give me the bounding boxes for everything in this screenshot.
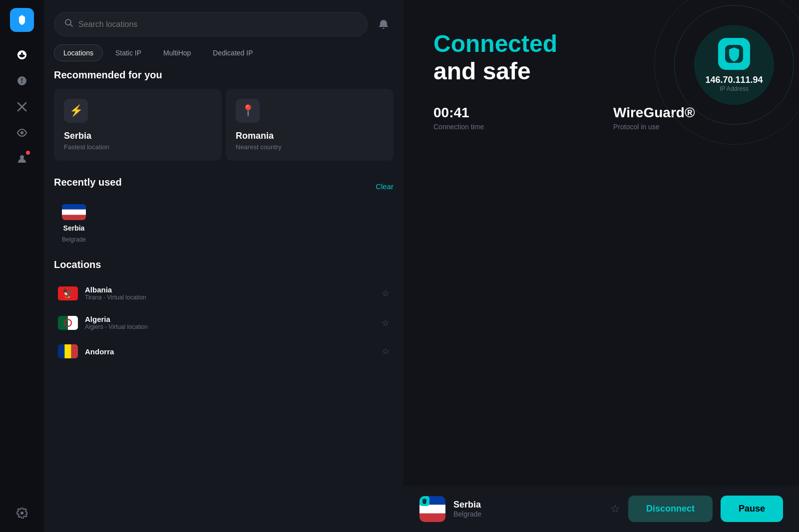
bottom-bar: Serbia Belgrade ☆ Disconnect Pause <box>403 486 799 532</box>
connected-city: Belgrade <box>453 510 602 518</box>
circle-center: 146.70.111.94 IP Address <box>694 25 774 105</box>
svg-rect-13 <box>58 344 64 358</box>
favorite-connected[interactable]: ☆ <box>610 503 620 516</box>
connection-time-value: 00:41 <box>433 105 589 121</box>
favorite-albania[interactable]: ☆ <box>382 288 390 299</box>
recent-name-serbia: Serbia <box>63 224 85 232</box>
tab-static-ip[interactable]: Static IP <box>106 44 151 61</box>
sidebar-item-settings[interactable] <box>11 502 33 524</box>
favorite-algeria[interactable]: ☆ <box>382 317 390 328</box>
disconnect-button[interactable]: Disconnect <box>628 496 713 522</box>
nearest-card-sub: Nearest country <box>236 143 384 151</box>
favorite-andorra[interactable]: ☆ <box>382 346 390 357</box>
svg-line-4 <box>70 24 73 27</box>
connected-flag <box>419 496 445 522</box>
sidebar-item-malware[interactable] <box>11 96 33 118</box>
tab-locations[interactable]: Locations <box>54 44 103 61</box>
location-item-albania[interactable]: 🦅 Albania Tirana - Virtual location ☆ <box>54 278 394 308</box>
left-panel: Locations Static IP MultiHop Dedicated I… <box>44 0 403 532</box>
search-input[interactable] <box>78 20 357 29</box>
svg-rect-14 <box>64 344 71 358</box>
vpn-badge <box>419 496 429 506</box>
location-info-algeria: Algeria Algiers - Virtual location <box>85 315 375 330</box>
fastest-card-icon: ⚡ <box>64 99 88 123</box>
svg-point-2 <box>20 155 24 159</box>
circle-inner: 146.70.111.94 IP Address <box>674 5 794 125</box>
recent-item-serbia[interactable]: Serbia Belgrade <box>54 204 94 243</box>
svg-point-1 <box>20 131 23 134</box>
flag-andorra <box>58 344 78 358</box>
recommended-cards: ⚡ Serbia Fastest location 📍 Romania Near… <box>54 89 394 161</box>
search-bar[interactable] <box>54 12 368 36</box>
nearest-card-icon: 📍 <box>236 99 260 123</box>
svg-rect-11 <box>68 316 78 330</box>
recently-used-title: Recently used <box>54 177 122 188</box>
location-item-andorra[interactable]: Andorra ☆ <box>54 337 394 365</box>
recently-used-header: Recently used Clear <box>54 177 394 196</box>
location-sub-algeria: Algiers - Virtual location <box>85 323 375 330</box>
recommended-title: Recommended for you <box>54 69 394 81</box>
clear-button[interactable]: Clear <box>376 182 394 191</box>
location-name-andorra: Andorra <box>85 347 375 356</box>
connected-country: Serbia <box>453 500 602 510</box>
svg-rect-10 <box>58 316 68 330</box>
stat-connection-time: 00:41 Connection time <box>433 105 589 131</box>
recent-flag-serbia <box>62 204 86 220</box>
circle-outer: 146.70.111.94 IP Address <box>654 0 799 145</box>
rec-card-fastest[interactable]: ⚡ Serbia Fastest location <box>54 89 222 161</box>
sidebar <box>0 0 44 532</box>
tab-multihop[interactable]: MultiHop <box>154 44 200 61</box>
svg-rect-6 <box>62 204 86 210</box>
fastest-card-name: Serbia <box>64 131 212 141</box>
sidebar-item-privacy[interactable] <box>11 122 33 144</box>
locations-title: Locations <box>54 259 394 270</box>
location-name-algeria: Algeria <box>85 315 375 323</box>
ip-address-value: 146.70.111.94 <box>705 75 763 85</box>
profile-badge <box>26 151 30 155</box>
pause-button[interactable]: Pause <box>721 496 783 522</box>
rec-card-nearest[interactable]: 📍 Romania Nearest country <box>226 89 394 161</box>
ip-display: 146.70.111.94 IP Address <box>705 75 763 92</box>
location-name-albania: Albania <box>85 285 375 294</box>
svg-text:🦅: 🦅 <box>62 288 74 299</box>
sidebar-item-alerts[interactable] <box>11 70 33 92</box>
sidebar-item-dashboard[interactable] <box>11 44 33 66</box>
fastest-card-sub: Fastest location <box>64 143 212 151</box>
flag-albania: 🦅 <box>58 286 78 300</box>
panel-scroll: Recommended for you ⚡ Serbia Fastest loc… <box>44 69 403 532</box>
connection-time-label: Connection time <box>433 123 589 131</box>
tab-dedicated-ip[interactable]: Dedicated IP <box>203 44 262 61</box>
location-sub-albania: Tirana - Virtual location <box>85 294 375 301</box>
svg-rect-7 <box>62 210 86 215</box>
connected-location: Serbia Belgrade <box>453 500 602 518</box>
shield-logo-big <box>718 38 750 70</box>
svg-rect-15 <box>71 344 78 358</box>
location-info-andorra: Andorra <box>85 347 375 356</box>
nearest-card-name: Romania <box>236 131 384 141</box>
right-panel: 146.70.111.94 IP Address Connected and s… <box>403 0 799 532</box>
app-logo <box>10 8 34 32</box>
recent-city-serbia: Belgrade <box>62 236 86 243</box>
ip-label: IP Address <box>705 85 763 92</box>
notification-bell[interactable] <box>374 14 394 34</box>
search-icon <box>64 18 73 30</box>
sidebar-item-profile[interactable] <box>11 148 33 170</box>
tabs-row: Locations Static IP MultiHop Dedicated I… <box>44 44 403 69</box>
flag-algeria <box>58 316 78 330</box>
location-info-albania: Albania Tirana - Virtual location <box>85 285 375 301</box>
logo-circle: 146.70.111.94 IP Address <box>654 0 799 145</box>
search-row <box>44 0 403 44</box>
location-item-algeria[interactable]: Algeria Algiers - Virtual location ☆ <box>54 308 394 337</box>
